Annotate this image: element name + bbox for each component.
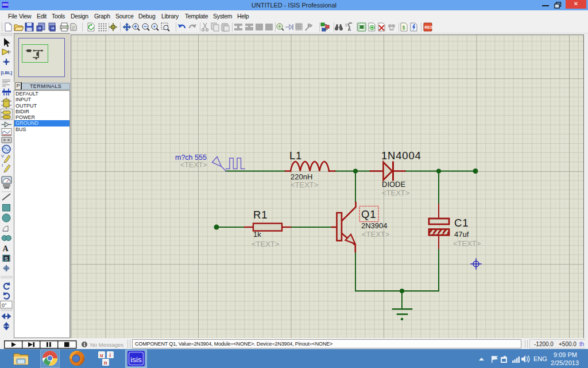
svg-text:<TEXT>: <TEXT> xyxy=(180,161,207,169)
svg-text:47uf: 47uf xyxy=(454,230,469,239)
svg-text:ENG: ENG xyxy=(533,355,547,362)
svg-text:<TEXT>: <TEXT> xyxy=(362,230,389,239)
svg-text:2N3904: 2N3904 xyxy=(361,221,388,230)
svg-text:isis: isis xyxy=(130,355,142,364)
svg-text:<TEXT>: <TEXT> xyxy=(453,239,481,248)
svg-text:R1: R1 xyxy=(253,209,268,221)
svg-text:<TEXT>: <TEXT> xyxy=(252,240,279,248)
svg-text:Q1: Q1 xyxy=(361,208,376,220)
svg-text:1N4004: 1N4004 xyxy=(381,150,421,162)
svg-text:u: u xyxy=(100,352,103,358)
svg-text:C1: C1 xyxy=(454,217,469,229)
svg-text:DIODE: DIODE xyxy=(382,180,406,189)
svg-text:220nH: 220nH xyxy=(291,172,312,181)
svg-text:2/25/2013: 2/25/2013 xyxy=(551,359,579,366)
svg-text:L1: L1 xyxy=(289,150,302,162)
svg-text:<TEXT>: <TEXT> xyxy=(382,189,409,197)
svg-text:9:09 PM: 9:09 PM xyxy=(554,351,577,358)
svg-text:1k: 1k xyxy=(253,230,261,239)
svg-text:n: n xyxy=(104,360,107,366)
svg-text:i: i xyxy=(110,352,111,358)
svg-text:m?ch 555: m?ch 555 xyxy=(175,154,207,162)
svg-text:<TEXT>: <TEXT> xyxy=(291,181,318,189)
